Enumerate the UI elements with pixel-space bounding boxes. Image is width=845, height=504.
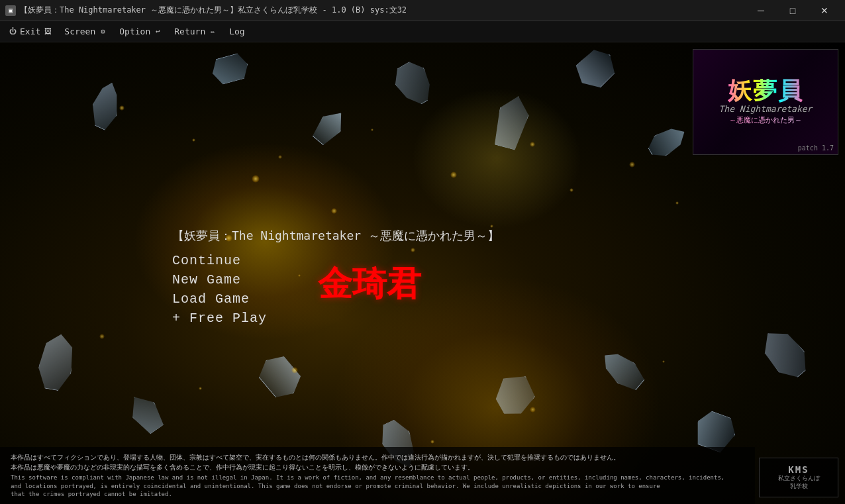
particle-2 — [192, 138, 195, 142]
game-area: 妖夢員 The Nightmaretaker ～悪魔に憑かれた男～ patch … — [0, 42, 845, 504]
option-return-icon: ↩ — [153, 27, 162, 36]
menu-screen-label: Screen — [64, 26, 95, 36]
particle-22 — [662, 360, 665, 363]
minimize-button[interactable]: ─ — [746, 1, 776, 20]
logo-subtitle: ～悪魔に憑かれた男～ — [729, 115, 802, 125]
menu-item-log[interactable]: Log — [224, 24, 250, 39]
particle-4 — [278, 155, 282, 159]
close-button[interactable]: ✕ — [809, 1, 840, 20]
menu-item-return[interactable]: Return ✏ — [169, 24, 223, 39]
particle-3 — [252, 175, 260, 183]
power-icon: ⏻ — [8, 27, 17, 36]
menu-item-screen[interactable]: Screen ⚙ — [59, 24, 113, 39]
particle-18 — [199, 387, 202, 390]
patch-version: patch 1.7 — [798, 144, 834, 152]
disclaimer-area: 本作品はすべてフィクションであり、登場する人物、団体、宗教はすべて架空で、実在す… — [0, 447, 755, 504]
return-pencil-icon: ✏ — [208, 27, 217, 36]
particle-11 — [570, 188, 573, 192]
game-title-line: 【妖夢員：The Nightmaretaker ～悪魔に憑かれた男～】 — [172, 228, 499, 244]
titlebar-left: ▣ 【妖夢員：The Nightmaretaker ～悪魔に憑かれた男～】私立さ… — [5, 5, 407, 16]
particle-5 — [331, 208, 337, 214]
menu-return-label: Return — [174, 26, 205, 36]
particle-19 — [291, 367, 298, 374]
game-logo-area: 妖夢員 The Nightmaretaker ～悪魔に憑かれた男～ patch … — [693, 49, 838, 168]
particle-17 — [99, 334, 105, 339]
disclaimer-english: This software is compliant with Japanese… — [11, 474, 744, 499]
publisher-logo: KMS 私立さくらんぼ 乳学校 — [759, 458, 838, 497]
particle-14 — [629, 162, 635, 168]
menu-bar: ⏻ Exit 🖼 Screen ⚙ Option ↩ Return ✏ Log — [0, 21, 845, 42]
particle-1 — [119, 105, 124, 111]
window-title: 【妖夢員：The Nightmaretaker ～悪魔に憑かれた男～】私立さくら… — [20, 5, 407, 16]
title-bar: ▣ 【妖夢員：The Nightmaretaker ～悪魔に憑かれた男～】私立さ… — [0, 0, 845, 21]
menu-item-option[interactable]: Option ↩ — [114, 24, 168, 39]
menu-option-label: Option — [119, 26, 150, 36]
logo-title-english: The Nightmaretaker — [719, 104, 813, 114]
menu-exit-label: Exit — [20, 26, 40, 36]
window-controls: ─ □ ✕ — [746, 1, 840, 20]
particle-10 — [530, 142, 535, 147]
exit-icon-after: 🖼 — [43, 27, 52, 36]
logo-box: 妖夢員 The Nightmaretaker ～悪魔に憑かれた男～ patch … — [693, 49, 838, 155]
disclaimer-japanese: 本作品はすべてフィクションであり、登場する人物、団体、宗教はすべて架空で、実在す… — [11, 452, 744, 472]
particle-15 — [675, 201, 679, 205]
particle-6 — [371, 128, 373, 131]
logo-title-japanese: 妖夢員 — [728, 79, 803, 103]
menu-log-label: Log — [229, 26, 244, 36]
publisher-brand: KMS — [788, 464, 809, 475]
app-icon: ▣ — [5, 5, 16, 16]
maximize-button[interactable]: □ — [777, 1, 808, 20]
particle-8 — [450, 172, 457, 178]
menu-item-exit[interactable]: ⏻ Exit 🖼 — [3, 24, 58, 39]
particle-21 — [530, 407, 536, 413]
screen-gear-icon: ⚙ — [98, 27, 107, 36]
particle-20 — [430, 440, 434, 444]
publisher-school-name: 私立さくらんぼ 乳学校 — [778, 475, 820, 490]
player-name-display: 金琦君 — [318, 261, 421, 307]
free-play-button[interactable]: + Free Play — [172, 309, 499, 327]
